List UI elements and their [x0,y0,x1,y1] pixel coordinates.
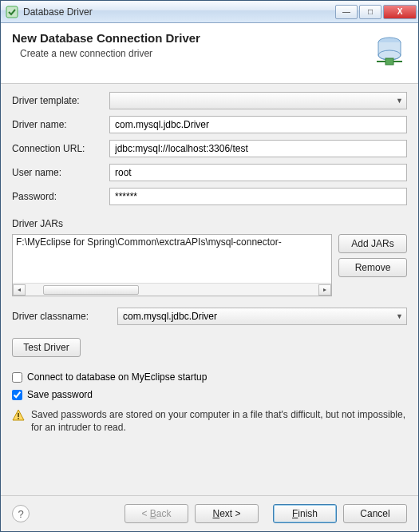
close-button[interactable]: X [383,5,417,19]
driver-template-label: Driver template: [12,95,105,106]
horizontal-scrollbar[interactable]: ◂ ▸ [13,283,331,296]
driver-jars-list[interactable]: F:\MyEclipse for Spring\Common\exctraAPI… [12,234,332,296]
driver-classname-combo[interactable]: com.mysql.jdbc.Driver ▼ [117,308,407,325]
window-title: Database Driver [23,6,335,18]
svg-rect-7 [18,418,19,419]
driver-classname-label: Driver classname: [12,311,113,322]
remove-button[interactable]: Remove [338,258,407,277]
test-driver-button[interactable]: Test Driver [12,338,81,357]
cancel-button[interactable]: Cancel [343,504,407,523]
svg-rect-3 [385,58,393,65]
scroll-right-icon[interactable]: ▸ [318,284,331,296]
driver-name-input[interactable] [109,116,407,133]
chevron-down-icon: ▼ [396,312,403,320]
add-jars-button[interactable]: Add JARs [338,234,407,253]
password-label: Password: [12,191,105,202]
page-title: New Database Connection Driver [12,31,364,45]
connect-startup-checkbox[interactable] [12,372,22,383]
list-item[interactable]: F:\MyEclipse for Spring\Common\exctraAPI… [16,236,328,248]
scroll-thumb[interactable] [43,285,139,295]
driver-jars-label: Driver JARs [12,218,407,229]
driver-template-combo[interactable]: ▼ [109,92,407,109]
password-input[interactable] [109,188,407,205]
warning-text: Saved passwords are stored on your compu… [31,408,407,434]
connection-url-label: Connection URL: [12,143,105,154]
button-bar: ? < Back Next > Finish Cancel [1,495,418,531]
help-button[interactable]: ? [12,505,30,522]
svg-rect-0 [6,6,18,18]
form-body: Driver template: ▼ Driver name: Connecti… [1,84,418,495]
maximize-button[interactable]: □ [359,5,381,19]
scroll-left-icon[interactable]: ◂ [13,284,26,296]
page-subtitle: Create a new connection driver [12,48,364,59]
wizard-banner: New Database Connection Driver Create a … [1,23,418,84]
dialog-window: Database Driver — □ X New Database Conne… [0,0,419,532]
back-button[interactable]: < Back [125,504,188,523]
connect-startup-label: Connect to database on MyEclipse startup [27,371,207,383]
user-name-input[interactable] [109,164,407,181]
window-controls: — □ X [335,5,417,19]
save-password-label: Save password [27,389,93,400]
user-name-label: User name: [12,167,105,178]
driver-classname-value: com.mysql.jdbc.Driver [123,311,217,322]
next-button[interactable]: Next > [195,504,259,523]
svg-rect-6 [18,413,19,417]
warning-icon [12,409,25,425]
app-icon [6,6,18,18]
finish-button[interactable]: Finish [273,504,337,523]
save-password-checkbox[interactable] [12,390,22,400]
driver-name-label: Driver name: [12,119,105,130]
minimize-button[interactable]: — [335,5,358,19]
connection-url-input[interactable] [109,140,407,157]
titlebar: Database Driver — □ X [1,1,418,23]
chevron-down-icon: ▼ [396,97,403,105]
database-icon [372,34,407,72]
